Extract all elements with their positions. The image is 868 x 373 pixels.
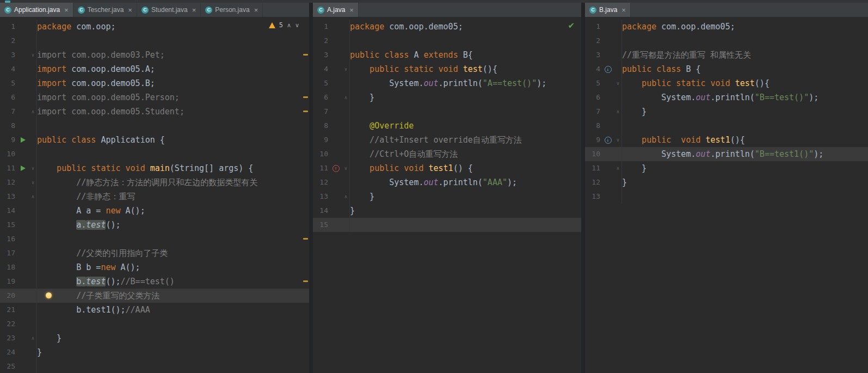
run-button-icon[interactable] [21,137,26,143]
tab-person-java[interactable]: CPerson.java× [201,3,263,17]
code-text[interactable]: System.out.println("B==test1()"); [622,147,868,161]
code-text[interactable]: System.out.println("AAA"); [350,175,581,189]
tab-close-icon[interactable]: × [192,7,196,14]
code-line-11[interactable]: 11∧ } [585,161,868,175]
code-text[interactable]: } [350,90,581,105]
code-text[interactable]: import com.oop.demo05.A; [37,62,309,76]
code-text[interactable] [350,34,581,48]
tab-application-java[interactable]: CApplication.java× [0,3,73,17]
code-text[interactable] [350,105,581,119]
code-text[interactable]: } [622,161,868,175]
code-text[interactable]: //alt+Insert override自动重写方法 [350,133,581,147]
code-text[interactable]: System.out.println("B==test()"); [622,90,868,105]
tab-close-icon[interactable]: × [621,7,626,14]
code-line-12[interactable]: 12} [585,175,868,189]
overrides-method-icon[interactable]: ↑ [333,165,340,172]
code-line-11[interactable]: 11∨ public static void main(String[] arg… [0,161,309,175]
overridden-method-icon[interactable]: ↓ [605,66,612,73]
code-line-16[interactable]: 16 [0,232,309,246]
fold-marker[interactable]: ∧ [614,161,622,175]
code-line-13[interactable]: 13∧ //非静态：重写 [0,189,309,204]
code-line-4[interactable]: 4import com.oop.demo05.A; [0,62,309,76]
code-line-7[interactable]: 7∧ } [585,105,868,119]
code-line-8[interactable]: 8 [585,119,868,133]
code-text[interactable]: } [350,204,581,218]
code-text[interactable]: } [622,105,868,119]
code-line-15[interactable]: 15 a.test(); [0,218,309,232]
code-text[interactable]: a.test(); [37,218,309,232]
code-line-4[interactable]: 4∨ public static void test(){ [313,62,581,76]
code-line-17[interactable]: 17 //父类的引用指向了子类 [0,246,309,260]
code-line-10[interactable]: 10 System.out.println("B==test1()"); [585,147,868,161]
overridden-method-icon[interactable]: ↓ [605,137,612,144]
code-text[interactable]: import com.oop.demo03.Pet; [37,48,309,62]
code-text[interactable]: //非静态：重写 [37,189,309,204]
code-line-25[interactable]: 25 [0,359,309,373]
code-line-19[interactable]: 19 b.test();//B==test() [0,274,309,289]
fold-marker[interactable]: ∨ [29,48,37,62]
code-text[interactable] [37,232,309,246]
tab-close-icon[interactable]: × [254,7,258,14]
code-text[interactable]: import com.oop.demo05.Person; [37,90,309,105]
code-line-2[interactable]: 2 [0,34,309,48]
code-line-8[interactable]: 8 [0,119,309,133]
error-stripe-mark[interactable] [303,280,308,282]
code-line-23[interactable]: 23∧ } [0,331,309,345]
code-line-2[interactable]: 2 [313,34,581,48]
code-text[interactable]: public static void test(){ [622,76,868,90]
code-line-13[interactable]: 13 [585,189,868,204]
code-text[interactable]: //重写都是方法的重写 和属性无关 [622,48,868,62]
code-text[interactable]: b.test1();//AAA [37,303,309,317]
code-text[interactable]: public class B { [622,62,868,76]
code-text[interactable] [37,34,309,48]
code-line-3[interactable]: 3public class A extends B{ [313,48,581,62]
inspections-ok-icon[interactable]: ✔ [568,21,575,30]
intention-bulb-icon[interactable] [46,292,52,298]
code-text[interactable]: } [622,175,868,189]
code-text[interactable]: B b =new A(); [37,260,309,274]
pane-splitter[interactable] [581,3,585,17]
fold-marker[interactable]: ∨ [342,161,350,175]
code-text[interactable]: } [37,345,309,359]
code-line-10[interactable]: 10 //Ctrl+O自动重写方法 [313,147,581,161]
tab-a-java[interactable]: CA.java× [313,3,359,17]
code-text[interactable] [37,317,309,331]
fold-marker[interactable]: ∨ [29,175,37,189]
code-text[interactable] [622,119,868,133]
code-line-6[interactable]: 6∧ } [313,90,581,105]
code-text[interactable]: @Override [350,119,581,133]
code-line-21[interactable]: 21 b.test1();//AAA [0,303,309,317]
code-line-10[interactable]: 10 [0,147,309,161]
code-text[interactable]: public void test1(){ [622,133,868,147]
code-line-15[interactable]: 15 [313,218,581,232]
code-line-4[interactable]: 4↓public class B { [585,62,868,76]
fold-marker[interactable]: ∧ [29,331,37,345]
code-line-12[interactable]: 12∨ //静态方法：方法的调用只和左边的数据类型有关 [0,175,309,189]
fold-marker[interactable]: ∧ [29,189,37,204]
code-line-22[interactable]: 22 [0,317,309,331]
code-line-13[interactable]: 13∧ } [313,189,581,204]
code-text[interactable]: //父类的引用指向了子类 [37,246,309,260]
code-text[interactable]: //静态方法：方法的调用只和左边的数据类型有关 [37,175,309,189]
fold-marker[interactable]: ∨ [614,133,622,147]
code-line-6[interactable]: 6import com.oop.demo05.Person; [0,90,309,105]
code-text[interactable]: b.test();//B==test() [37,274,309,289]
code-line-9[interactable]: 9 //alt+Insert override自动重写方法 [313,133,581,147]
error-stripe-mark[interactable] [303,54,308,56]
code-line-6[interactable]: 6 System.out.println("B==test()"); [585,90,868,105]
next-warning-button[interactable]: ∨ [295,22,299,29]
fold-marker[interactable]: ∧ [342,90,350,105]
code-line-1[interactable]: 1package com.oop.demo05; [313,20,581,34]
tab-close-icon[interactable]: × [128,7,132,14]
code-line-9[interactable]: 9↓∨ public void test1(){ [585,133,868,147]
inspections-widget[interactable]: 5 ∧ ∨ [269,21,299,29]
code-line-5[interactable]: 5∨ public static void test(){ [585,76,868,90]
tab-close-icon[interactable]: × [64,7,69,14]
code-line-3[interactable]: 3//重写都是方法的重写 和属性无关 [585,48,868,62]
error-stripe-mark[interactable] [303,96,308,98]
code-text[interactable]: public static void test(){ [350,62,581,76]
error-stripe-mark[interactable] [303,238,308,240]
code-line-3[interactable]: 3∨import com.oop.demo03.Pet; [0,48,309,62]
tab-tescher-java[interactable]: CTescher.java× [73,3,137,17]
code-text[interactable]: //子类重写的父类方法 [37,289,309,303]
